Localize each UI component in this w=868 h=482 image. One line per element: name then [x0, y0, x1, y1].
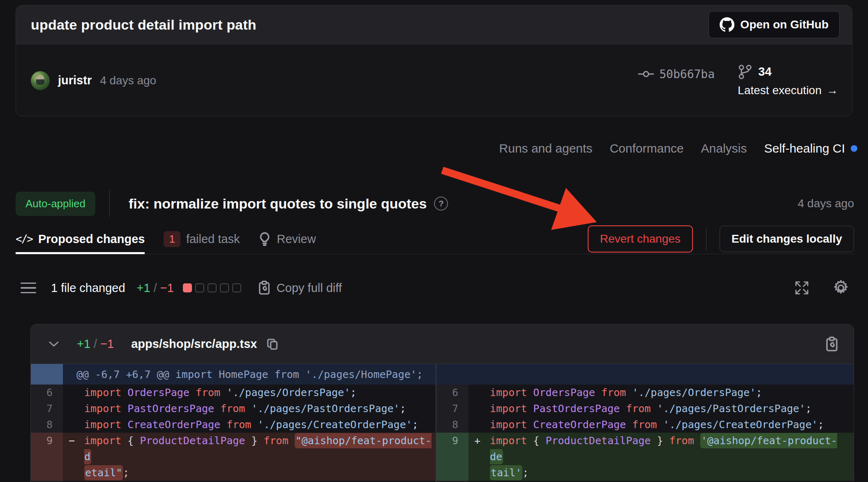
- self-healing-ci-page: update product detail import path Open o…: [0, 0, 868, 482]
- line-number: 9: [31, 433, 63, 481]
- branch-count: 34: [758, 65, 771, 79]
- diff-marker: [63, 417, 81, 433]
- diff-line: 8import CreateOrderPage from './pages/Cr…: [436, 417, 854, 433]
- github-icon: [720, 17, 734, 32]
- tab-label: Proposed changes: [38, 232, 145, 246]
- clipboard-icon: [825, 336, 839, 352]
- chevron-down-icon: [46, 339, 61, 349]
- diff-marker: [469, 385, 487, 401]
- nav-item-analysis[interactable]: Analysis: [701, 141, 747, 155]
- code-icon: </>: [16, 233, 32, 245]
- hunk-header-row: [436, 364, 854, 385]
- line-number: 6: [31, 385, 63, 401]
- diff-panel-after: 6import OrdersPage from './pages/OrdersP…: [436, 364, 854, 482]
- copy-full-diff-button[interactable]: Copy full diff: [258, 280, 342, 295]
- open-on-github-button[interactable]: Open on GitHub: [709, 11, 840, 38]
- code-content: import CreateOrderPage from './pages/Cre…: [81, 417, 436, 433]
- additions-count: +1: [137, 281, 150, 295]
- latest-execution-label: Latest execution: [738, 84, 822, 97]
- file-square[interactable]: [183, 283, 192, 292]
- code-content: import PastOrdersPage from './pages/Past…: [81, 401, 436, 417]
- file-square[interactable]: [208, 283, 217, 292]
- file-change-squares[interactable]: [183, 283, 241, 292]
- diff-line: 7import PastOrdersPage from './pages/Pas…: [436, 401, 854, 417]
- line-number: 6: [436, 385, 469, 401]
- diff-panel-before: @@ -6,7 +6,7 @@ import HomePage from './…: [31, 364, 436, 482]
- diff-line: 6import OrdersPage from './pages/OrdersP…: [436, 385, 854, 401]
- tabs-row: </> Proposed changes 1 failed task Revie…: [16, 224, 854, 254]
- branch-icon: [738, 64, 752, 80]
- copy-full-diff-label: Copy full diff: [277, 281, 342, 295]
- tab-failed-task[interactable]: 1 failed task: [164, 224, 240, 254]
- line-number: 7: [31, 401, 63, 417]
- toolbar-right: [793, 279, 850, 297]
- author-name: juristr: [58, 74, 92, 87]
- diff-line: 7import PastOrdersPage from './pages/Pas…: [31, 401, 436, 417]
- nav-item-runs-and-agents[interactable]: Runs and agents: [499, 141, 593, 155]
- fix-row: Auto-applied fix: normalize import quote…: [16, 189, 854, 218]
- tab-label: failed task: [186, 232, 240, 246]
- actions: Revert changes Edit changes locally: [588, 224, 854, 254]
- tab-review[interactable]: Review: [259, 224, 316, 254]
- top-nav: Runs and agents Conformance Analysis Sel…: [499, 141, 857, 155]
- commit-icon: [638, 68, 654, 80]
- code-content: import OrdersPage from './pages/OrdersPa…: [487, 385, 854, 401]
- failed-count-badge: 1: [164, 231, 180, 247]
- commit-card-header: update product detail import path Open o…: [16, 5, 852, 44]
- open-on-github-label: Open on GitHub: [740, 18, 829, 31]
- lightbulb-icon: [259, 232, 271, 246]
- diff-marker: −: [63, 433, 81, 481]
- file-square[interactable]: [232, 283, 241, 292]
- commit-meta: 50b667ba 34 Latest execution →: [638, 64, 838, 97]
- divider: [109, 190, 110, 217]
- clipboard-icon: [258, 280, 271, 295]
- copy-icon: [267, 338, 279, 351]
- notification-dot: [851, 145, 857, 152]
- nav-item-conformance[interactable]: Conformance: [609, 141, 683, 155]
- page-title: update product detail import path: [31, 17, 256, 33]
- line-number: 8: [31, 417, 63, 433]
- gear-icon: [832, 279, 850, 297]
- code-content: import PastOrdersPage from './pages/Past…: [487, 401, 854, 417]
- file-square[interactable]: [220, 283, 229, 292]
- revert-changes-button[interactable]: Revert changes: [588, 225, 693, 253]
- commit-time: 4 days ago: [100, 74, 156, 87]
- commit-card-body: juristr 4 days ago 50b667ba: [16, 44, 852, 116]
- file-additions: +1: [77, 337, 90, 351]
- hunk-header-row: @@ -6,7 +6,7 @@ import HomePage from './…: [31, 364, 436, 385]
- tab-proposed-changes[interactable]: </> Proposed changes: [16, 224, 145, 254]
- file-header: +1 / −1 apps/shop/src/app.tsx: [31, 324, 854, 364]
- expand-fullscreen-button[interactable]: [793, 279, 810, 297]
- branch-row: 34: [738, 64, 771, 80]
- fix-time: 4 days ago: [798, 197, 854, 210]
- hunk-gutter: [31, 364, 63, 385]
- code-content: import CreateOrderPage from './pages/Cre…: [487, 417, 854, 433]
- code-content: import { ProductDetailPage } from "@aish…: [81, 433, 436, 481]
- hunk-header-text: @@ -6,7 +6,7 @@ import HomePage from './…: [63, 368, 423, 380]
- files-changed-label: 1 file changed: [51, 281, 125, 295]
- fix-title: fix: normalize import quotes to single q…: [129, 196, 427, 212]
- author-group: juristr 4 days ago: [31, 71, 156, 90]
- collapse-file-chevron[interactable]: [46, 339, 61, 349]
- edit-changes-locally-button[interactable]: Edit changes locally: [720, 226, 854, 252]
- nav-item-label: Self-healing CI: [764, 141, 845, 155]
- commit-card: update product detail import path Open o…: [16, 5, 852, 116]
- diff-marker: +: [469, 433, 487, 481]
- copy-file-diff-button[interactable]: [825, 336, 839, 352]
- deletions-count: −1: [160, 281, 174, 295]
- diff-line: 6import OrdersPage from './pages/OrdersP…: [31, 385, 436, 401]
- diff-settings-button[interactable]: [832, 279, 850, 297]
- latest-execution-link[interactable]: Latest execution →: [738, 84, 838, 97]
- code-content: import { ProductDetailPage } from '@aish…: [487, 433, 854, 481]
- file-list-menu-icon[interactable]: [21, 283, 36, 294]
- diff-line: 9+import { ProductDetailPage } from '@ai…: [436, 433, 854, 481]
- commit-sha: 50b667ba: [659, 67, 715, 81]
- commit-sha-group[interactable]: 50b667ba: [638, 67, 715, 81]
- file-square[interactable]: [195, 283, 204, 292]
- help-icon[interactable]: ?: [434, 197, 448, 211]
- diff-marker: [469, 401, 487, 417]
- file-diff-card: +1 / −1 apps/shop/src/app.tsx: [30, 324, 854, 482]
- arrow-right-icon: →: [826, 84, 838, 97]
- nav-item-self-healing-ci[interactable]: Self-healing CI: [764, 141, 857, 155]
- copy-file-path-button[interactable]: [267, 338, 279, 351]
